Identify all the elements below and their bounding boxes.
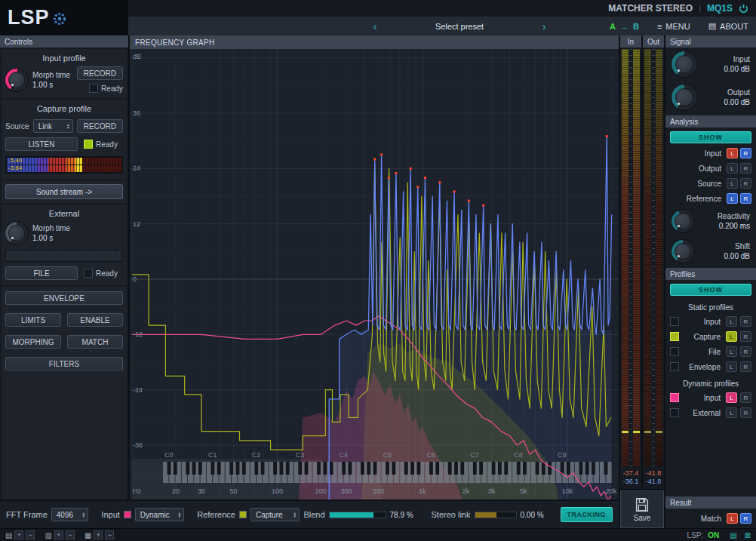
- ab-b-button[interactable]: B: [633, 22, 639, 31]
- enable-button[interactable]: ENABLE: [67, 313, 123, 327]
- dynamic-input-label: Input: [682, 394, 723, 402]
- capture-meter-bar-left: [7, 158, 121, 164]
- fft-frame-select[interactable]: 4096: [51, 508, 89, 521]
- static-input-right-toggle[interactable]: R: [740, 316, 751, 327]
- analysis-output-right-toggle[interactable]: R: [740, 163, 751, 174]
- analysis-input-right-toggle[interactable]: R: [740, 148, 751, 158]
- file-button[interactable]: FILE: [5, 266, 78, 280]
- blend-slider[interactable]: [329, 512, 386, 518]
- match-left-toggle[interactable]: L: [727, 513, 738, 524]
- svg-text:C6: C6: [426, 451, 435, 459]
- zoom-in-button[interactable]: +: [14, 530, 23, 539]
- analysis-source-right-toggle[interactable]: R: [740, 178, 751, 189]
- input-gain-knob[interactable]: [671, 51, 697, 77]
- preset-next-button[interactable]: ›: [539, 20, 549, 32]
- static-capture-right-toggle[interactable]: R: [740, 331, 751, 342]
- static-envelope-left-toggle[interactable]: L: [726, 361, 737, 372]
- static-envelope-label: Envelope: [682, 363, 723, 371]
- reference-mode-label: Reference: [197, 510, 235, 519]
- match-right-toggle[interactable]: R: [740, 513, 751, 524]
- dynamic-external-checkbox[interactable]: [670, 408, 679, 417]
- static-envelope-right-toggle[interactable]: R: [740, 361, 751, 372]
- svg-text:24: 24: [133, 164, 140, 172]
- match-button[interactable]: MATCH: [67, 335, 123, 349]
- external-morph-time-knob[interactable]: [5, 222, 28, 244]
- zoom-out-button[interactable]: −: [105, 530, 114, 539]
- input-meter-bar-left: [622, 49, 628, 466]
- static-profile-row-capture: Capture L R: [665, 329, 756, 344]
- profiles-show-button[interactable]: SHOW: [670, 284, 751, 296]
- preset-selector[interactable]: Select preset: [388, 22, 531, 31]
- input-ready-checkbox[interactable]: [89, 84, 98, 93]
- reference-mode-select[interactable]: Capture: [250, 508, 300, 521]
- zoom-in-button[interactable]: +: [54, 530, 63, 539]
- static-capture-left-toggle[interactable]: L: [726, 331, 737, 342]
- external-ready-checkbox[interactable]: [84, 269, 93, 278]
- static-profile-row-envelope: Envelope L R: [665, 359, 756, 374]
- static-file-checkbox[interactable]: [670, 347, 679, 356]
- static-capture-checkbox[interactable]: [670, 332, 679, 341]
- envelope-button[interactable]: ENVELOPE: [5, 291, 123, 305]
- static-input-left-toggle[interactable]: L: [726, 316, 737, 327]
- capture-meter-value-r: -3.84: [8, 164, 22, 172]
- dynamic-input-checkbox[interactable]: [670, 393, 679, 402]
- frequency-graph-title: FREQUENCY GRAPH: [135, 38, 214, 47]
- about-label: ABOUT: [720, 22, 748, 31]
- menu-button[interactable]: ≡ MENU: [657, 22, 690, 31]
- analysis-show-button[interactable]: SHOW: [670, 131, 751, 143]
- tracking-button[interactable]: TRACKING: [561, 507, 613, 522]
- dynamic-external-right-toggle[interactable]: R: [740, 407, 751, 418]
- input-gain-label: Input: [733, 55, 750, 63]
- analysis-input-left-toggle[interactable]: L: [727, 148, 738, 158]
- input-record-button[interactable]: RECORD: [77, 66, 123, 80]
- preset-prev-button[interactable]: ‹: [370, 20, 380, 32]
- analysis-reference-left-toggle[interactable]: L: [727, 193, 738, 204]
- capture-ready-indicator[interactable]: [84, 140, 93, 149]
- zoom-out-button[interactable]: −: [66, 530, 75, 539]
- title-bar: MATCHER STEREO | MQ1S: [128, 0, 756, 17]
- sound-stream-button[interactable]: Sound stream ->: [5, 184, 123, 199]
- static-input-checkbox[interactable]: [670, 317, 679, 326]
- dynamic-profile-row-input: Input L R: [665, 390, 756, 405]
- static-envelope-checkbox[interactable]: [670, 362, 679, 371]
- power-icon[interactable]: [739, 4, 748, 14]
- about-button[interactable]: ▤ ABOUT: [708, 21, 748, 31]
- input-morph-time-knob[interactable]: [5, 69, 28, 91]
- dynamic-input-left-toggle[interactable]: L: [726, 392, 737, 403]
- limits-button[interactable]: LIMITS: [5, 313, 61, 327]
- right-sidebar: Signal Input 0.00 dB Output 0.00 dB Anal…: [665, 35, 756, 528]
- external-title: External: [5, 207, 123, 222]
- reactivity-knob[interactable]: [671, 210, 694, 232]
- close-icon[interactable]: ⊠: [745, 531, 751, 539]
- save-label: Save: [634, 514, 651, 522]
- zoom-out-button[interactable]: −: [26, 530, 35, 539]
- stereo-link-slider[interactable]: [475, 512, 517, 518]
- listen-button[interactable]: LISTEN: [5, 137, 78, 151]
- save-button[interactable]: Save: [620, 490, 664, 528]
- filters-button[interactable]: FILTERS: [5, 357, 123, 370]
- morphing-button[interactable]: MORPHING: [5, 335, 61, 349]
- source-select[interactable]: Link: [33, 119, 73, 133]
- zoom-in-button[interactable]: +: [94, 530, 103, 539]
- result-title: Result: [670, 499, 691, 507]
- static-file-right-toggle[interactable]: R: [740, 346, 751, 357]
- signal-title: Signal: [670, 38, 691, 46]
- ab-a-button[interactable]: A: [610, 22, 616, 31]
- frequency-graph[interactable]: C0C1C2C3C4C5C6C7C8C9dB3624120-12-24-36Hz…: [130, 49, 619, 500]
- dynamic-external-left-toggle[interactable]: L: [726, 407, 737, 418]
- capture-record-button[interactable]: RECORD: [77, 119, 123, 133]
- svg-text:20k: 20k: [606, 487, 617, 495]
- capture-meter-value-l: -5.40: [8, 157, 22, 164]
- analysis-output-left-toggle[interactable]: L: [727, 163, 738, 174]
- static-file-left-toggle[interactable]: L: [726, 346, 737, 357]
- log-icon[interactable]: ▤: [730, 531, 736, 539]
- dynamic-input-right-toggle[interactable]: R: [740, 392, 751, 403]
- shift-knob[interactable]: [671, 240, 694, 263]
- analysis-source-left-toggle[interactable]: L: [727, 178, 738, 189]
- external-section: External Morph time 1.00 s FILE Rea: [2, 204, 127, 285]
- output-gain-knob[interactable]: [671, 85, 697, 110]
- blend-label: Blend: [303, 510, 324, 519]
- analysis-reference-right-toggle[interactable]: R: [740, 193, 751, 204]
- ab-copy-arrow-button[interactable]: →: [620, 22, 628, 31]
- input-mode-select[interactable]: Dynamic: [135, 508, 184, 521]
